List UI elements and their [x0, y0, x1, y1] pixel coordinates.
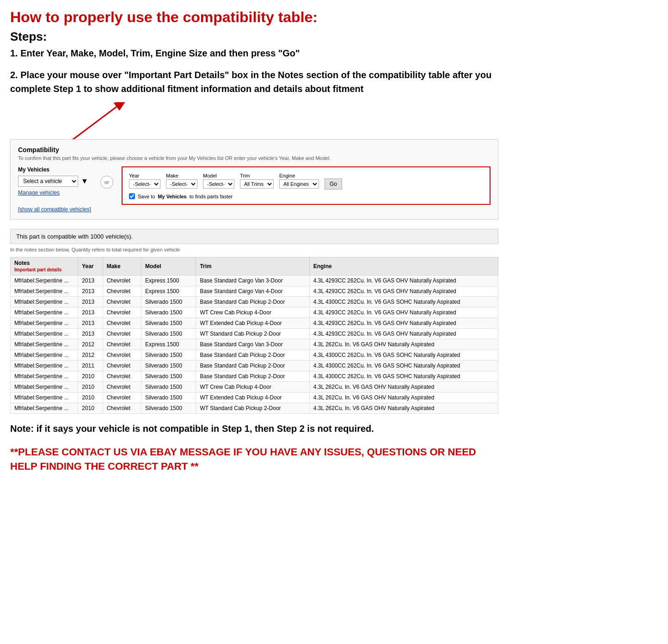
cell-trim: Base Standard Cargo Van 3-Door: [196, 276, 309, 286]
table-row: Mfrlabel:Serpentine ... 2013 Chevrolet E…: [11, 286, 498, 297]
save-label-bold: My Vehicles: [158, 194, 186, 199]
cell-notes: Mfrlabel:Serpentine ...: [11, 297, 78, 307]
go-button[interactable]: Go: [325, 178, 342, 190]
cell-engine: 4.3L 4300CC 262Cu. In. V6 GAS SOHC Natur…: [309, 361, 498, 371]
col-model: Model: [141, 258, 196, 276]
col-engine: Engine: [309, 258, 498, 276]
manage-vehicles-link[interactable]: Manage vehicles: [18, 190, 92, 196]
vehicle-select[interactable]: Select a vehicle: [18, 176, 78, 187]
cell-engine: 4.3L 4300CC 262Cu. In. V6 GAS SOHC Natur…: [309, 350, 498, 361]
table-row: Mfrlabel:Serpentine ... 2012 Chevrolet E…: [11, 339, 498, 350]
cell-trim: Base Standard Cab Pickup 2-Door: [196, 371, 309, 382]
table-row: Mfrlabel:Serpentine ... 2010 Chevrolet S…: [11, 393, 498, 403]
cell-engine: 4.3L 262Cu. In. V6 GAS OHV Naturally Asp…: [309, 403, 498, 414]
cell-model: Express 1500: [141, 286, 196, 297]
svg-line-1: [70, 107, 116, 141]
important-part-details-header: Important part details: [14, 267, 61, 272]
cell-trim: WT Extended Cab Pickup 4-Door: [196, 393, 309, 403]
notes-header: Notes: [14, 260, 30, 266]
col-year: Year: [78, 258, 103, 276]
cell-model: Silverado 1500: [141, 307, 196, 318]
col-notes: Notes Important part details: [11, 258, 78, 276]
cell-engine: 4.3L 4293CC 262Cu. In. V6 GAS OHV Natura…: [309, 286, 498, 297]
cell-engine: 4.3L 4293CC 262Cu. In. V6 GAS OHV Natura…: [309, 318, 498, 329]
cell-make: Chevrolet: [103, 371, 141, 382]
make-field: Make -Select-: [166, 173, 197, 189]
cell-year: 2012: [78, 339, 103, 350]
cell-make: Chevrolet: [103, 297, 141, 307]
compat-title: Compatibility: [18, 146, 490, 153]
bottom-note: Note: if it says your vehicle is not com…: [10, 422, 498, 435]
cell-engine: 4.3L 4293CC 262Cu. In. V6 GAS OHV Natura…: [309, 329, 498, 339]
cell-make: Chevrolet: [103, 286, 141, 297]
cell-year: 2013: [78, 297, 103, 307]
col-trim: Trim: [196, 258, 309, 276]
table-row: Mfrlabel:Serpentine ... 2013 Chevrolet S…: [11, 307, 498, 318]
cell-notes: Mfrlabel:Serpentine ...: [11, 276, 78, 286]
model-label: Model: [203, 173, 234, 178]
cell-make: Chevrolet: [103, 318, 141, 329]
cell-trim: WT Crew Cab Pickup 4-Door: [196, 307, 309, 318]
cell-notes: Mfrlabel:Serpentine ...: [11, 403, 78, 414]
cell-trim: Base Standard Cab Pickup 2-Door: [196, 361, 309, 371]
engine-select[interactable]: All Engines: [279, 179, 319, 189]
cell-trim: Base Standard Cargo Van 3-Door: [196, 339, 309, 350]
cell-trim: WT Standard Cab Pickup 2-Door: [196, 329, 309, 339]
cell-model: Silverado 1500: [141, 371, 196, 382]
cell-notes: Mfrlabel:Serpentine ...: [11, 393, 78, 403]
trim-field: Trim All Trims: [240, 173, 274, 189]
make-select[interactable]: -Select-: [166, 179, 197, 189]
save-row: Save to My Vehicles to finds parts faste…: [129, 193, 483, 199]
contact-note: **PLEASE CONTACT US VIA EBAY MESSAGE IF …: [10, 445, 498, 474]
cell-model: Silverado 1500: [141, 297, 196, 307]
cell-make: Chevrolet: [103, 339, 141, 350]
cell-year: 2010: [78, 382, 103, 393]
step1-text: 1. Enter Year, Make, Model, Trim, Engine…: [10, 47, 498, 60]
trim-select[interactable]: All Trims: [240, 179, 274, 189]
compat-table: Notes Important part details Year Make M…: [10, 257, 498, 414]
cell-year: 2013: [78, 318, 103, 329]
cell-make: Chevrolet: [103, 361, 141, 371]
cell-year: 2010: [78, 393, 103, 403]
cell-notes: Mfrlabel:Serpentine ...: [11, 361, 78, 371]
cell-trim: WT Standard Cab Pickup 2-Door: [196, 403, 309, 414]
cell-year: 2011: [78, 361, 103, 371]
steps-label: Steps:: [10, 30, 498, 44]
model-field: Model -Select-: [203, 173, 234, 189]
save-label-suffix: to finds parts faster: [190, 194, 233, 199]
cell-engine: 4.3L 262Cu. In. V6 GAS OHV Naturally Asp…: [309, 382, 498, 393]
cell-model: Silverado 1500: [141, 329, 196, 339]
cell-make: Chevrolet: [103, 307, 141, 318]
arrow-annotation: [56, 102, 498, 144]
compat-count-bar: This part is compatible with 1000 vehicl…: [10, 229, 498, 244]
show-compatible-link[interactable]: [show all compatible vehicles]: [18, 206, 92, 213]
cell-make: Chevrolet: [103, 382, 141, 393]
table-row: Mfrlabel:Serpentine ... 2013 Chevrolet S…: [11, 318, 498, 329]
compatibility-section: Compatibility To confirm that this part …: [10, 139, 498, 220]
table-row: Mfrlabel:Serpentine ... 2013 Chevrolet S…: [11, 329, 498, 339]
engine-field: Engine All Engines: [279, 173, 319, 189]
cell-year: 2013: [78, 329, 103, 339]
ymm-box: Year -Select- Make -Select- Model -Selec…: [122, 166, 490, 205]
save-label-prefix: Save to: [138, 194, 155, 199]
cell-engine: 4.3L 4300CC 262Cu. In. V6 GAS SOHC Natur…: [309, 371, 498, 382]
year-label: Year: [129, 173, 160, 178]
cell-make: Chevrolet: [103, 276, 141, 286]
table-row: Mfrlabel:Serpentine ... 2010 Chevrolet S…: [11, 371, 498, 382]
cell-year: 2012: [78, 350, 103, 361]
table-row: Mfrlabel:Serpentine ... 2013 Chevrolet S…: [11, 297, 498, 307]
step2-text: 2. Place your mouse over "Important Part…: [10, 68, 498, 96]
table-row: Mfrlabel:Serpentine ... 2010 Chevrolet S…: [11, 382, 498, 393]
cell-engine: 4.3L 4293CC 262Cu. In. V6 GAS OHV Natura…: [309, 307, 498, 318]
cell-make: Chevrolet: [103, 393, 141, 403]
cell-year: 2013: [78, 276, 103, 286]
cell-model: Silverado 1500: [141, 318, 196, 329]
table-row: Mfrlabel:Serpentine ... 2010 Chevrolet S…: [11, 403, 498, 414]
save-checkbox[interactable]: [129, 193, 135, 199]
cell-notes: Mfrlabel:Serpentine ...: [11, 350, 78, 361]
model-select[interactable]: -Select-: [203, 179, 234, 189]
cell-engine: 4.3L 262Cu. In. V6 GAS OHV Naturally Asp…: [309, 393, 498, 403]
cell-model: Silverado 1500: [141, 361, 196, 371]
cell-trim: WT Crew Cab Pickup 4-Door: [196, 382, 309, 393]
year-select[interactable]: -Select-: [129, 179, 160, 189]
